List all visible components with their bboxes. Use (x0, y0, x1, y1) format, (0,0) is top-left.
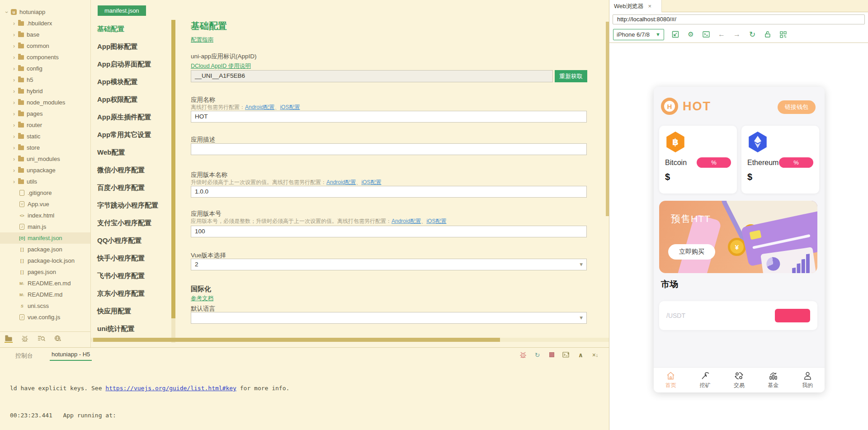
bitcoin-card[interactable]: Bitcoin % $ (659, 126, 737, 194)
new-terminal-icon[interactable] (562, 351, 570, 359)
tab-fund[interactable]: 基金 (756, 368, 791, 392)
tree-folder[interactable]: store (0, 142, 90, 153)
version-code-input[interactable]: 100 (191, 226, 587, 237)
menu-item-app-native-plugins[interactable]: App原生插件配置 (97, 108, 169, 126)
qrcode-icon[interactable] (779, 30, 787, 38)
menu-item-bytedance-mp[interactable]: 字节跳动小程序配置 (97, 196, 169, 214)
editor-vscroll-thumb[interactable] (606, 22, 609, 216)
tree-folder[interactable]: .hbuilderx (0, 18, 90, 29)
debug-panel-icon[interactable] (21, 335, 29, 343)
unlock-icon[interactable] (764, 30, 772, 38)
refresh-icon[interactable]: ↻ (748, 30, 756, 38)
forward-icon[interactable]: → (733, 30, 741, 38)
tree-file[interactable]: Suni.scss (0, 300, 90, 312)
menu-item-alipay-mp[interactable]: 支付宝小程序配置 (97, 214, 169, 232)
search-panel-icon[interactable] (37, 335, 45, 343)
tree-file[interactable]: <>index.html (0, 210, 90, 221)
debug-bug-icon[interactable] (519, 351, 527, 359)
menu-item-feishu-mp[interactable]: 飞书小程序配置 (97, 267, 169, 284)
presale-banner[interactable]: ¥ ¥ ¥ 预售HTT 立即购买 (659, 201, 817, 273)
tree-file[interactable]: M↓README.en.md (0, 278, 90, 289)
tree-file[interactable]: [ ]package-lock.json (0, 255, 90, 266)
tree-file[interactable]: Jvue.config.js (0, 312, 90, 323)
refresh-appid-button[interactable]: 重新获取 (555, 70, 587, 82)
connect-wallet-button[interactable]: 链接钱包 (778, 100, 816, 114)
market-action-button[interactable] (775, 309, 810, 322)
device-select[interactable]: iPhone 6/7/8 ▼ (613, 29, 664, 40)
android-config-link[interactable]: Android配置 (245, 104, 274, 110)
editor-tab-manifest[interactable]: manifest.json (98, 5, 146, 16)
default-lang-select[interactable] (191, 312, 587, 324)
stop-icon[interactable] (548, 351, 556, 359)
config-guide-link[interactable]: 配置指南 (191, 37, 213, 43)
menu-item-kuaishou-mp[interactable]: 快手小程序配置 (97, 249, 169, 267)
menu-item-quickapp[interactable]: 快应用配置 (97, 302, 169, 320)
ios-config-link[interactable]: iOS配置 (361, 179, 381, 185)
log-link[interactable]: https://vuejs.org/guide/list.html#key (105, 385, 236, 392)
url-input[interactable]: http://localhost:8080/#/ (613, 14, 865, 24)
browser-tab-web[interactable]: Web浏览器 × (609, 0, 662, 12)
version-name-input[interactable]: 1.0.0 (191, 186, 587, 198)
tree-folder[interactable]: hybrid (0, 85, 90, 97)
tree-folder[interactable]: utils (0, 176, 90, 187)
tree-folder[interactable]: static (0, 131, 90, 142)
menu-item-base-config[interactable]: 基础配置 (97, 20, 169, 38)
tree-file[interactable]: .gitignore (0, 187, 90, 198)
ios-config-link[interactable]: iOS配置 (426, 218, 446, 224)
tree-folder[interactable]: node_modules (0, 97, 90, 108)
editor-horizontal-scrollbar[interactable] (91, 338, 609, 342)
tree-folder[interactable]: pages (0, 108, 90, 119)
description-input[interactable] (191, 143, 587, 155)
console-tab-hotuniapp-h5[interactable]: hotuniapp - H5 (50, 351, 92, 361)
dcloud-appid-doc-link[interactable]: DCloud AppID 使用说明 (191, 63, 251, 69)
tree-folder[interactable]: unpackage (0, 165, 90, 176)
back-icon[interactable]: ← (717, 30, 726, 38)
settings-gear-icon[interactable]: ⚙ (687, 30, 695, 38)
i18n-doc-link[interactable]: 参考文档 (191, 295, 213, 302)
tree-folder[interactable]: common (0, 40, 90, 52)
tab-home[interactable]: 首页 (654, 368, 688, 392)
ios-config-link[interactable]: iOS配置 (280, 104, 300, 110)
ethereum-card[interactable]: Ethereum % $ (741, 126, 819, 194)
menu-item-app-permissions[interactable]: App权限配置 (97, 90, 169, 108)
files-panel-icon[interactable] (5, 335, 13, 343)
buy-now-button[interactable]: 立即购买 (668, 244, 715, 260)
android-config-link[interactable]: Android配置 (326, 179, 356, 185)
android-config-link[interactable]: Android配置 (392, 218, 421, 224)
menu-item-app-icon[interactable]: App图标配置 (97, 38, 169, 55)
market-row[interactable]: /USDT (659, 301, 817, 330)
appname-input[interactable]: HOT (191, 111, 587, 123)
menu-item-web-config[interactable]: Web配置 (97, 143, 169, 161)
menu-item-app-modules[interactable]: App模块配置 (97, 73, 169, 90)
menu-item-baidu-mp[interactable]: 百度小程序配置 (97, 179, 169, 196)
tree-folder[interactable]: uni_modules (0, 153, 90, 165)
collapse-panel-icon[interactable]: ∧ (577, 351, 585, 359)
tree-file-manifest[interactable]: [⚙]manifest.json (0, 232, 90, 244)
tab-trade[interactable]: 交易 (722, 368, 756, 392)
menu-item-app-other[interactable]: App常用其它设置 (97, 126, 169, 143)
menu-scrollbar[interactable] (171, 20, 175, 343)
tree-folder[interactable]: base (0, 29, 90, 40)
menu-scrollbar-thumb[interactable] (171, 20, 175, 318)
tree-file[interactable]: Jmain.js (0, 221, 90, 232)
tab-mining[interactable]: 挖矿 (688, 368, 722, 392)
tree-folder[interactable]: components (0, 52, 90, 63)
clear-console-icon[interactable]: ×↓ (591, 351, 599, 359)
tree-folder[interactable]: config (0, 63, 90, 74)
appid-input[interactable]: __UNI__A1F5EB6 (191, 70, 553, 82)
tree-file[interactable]: [ ]pages.json (0, 266, 90, 278)
tab-mine[interactable]: 我的 (790, 368, 825, 392)
tree-root-hotuniapp[interactable]: u hotuniapp (0, 6, 90, 18)
open-in-new-window-icon[interactable] (671, 30, 679, 38)
editor-hscroll-thumb[interactable] (93, 338, 500, 342)
vue-version-select[interactable]: 2 (191, 259, 587, 270)
tree-file[interactable]: [ ]package.json (0, 244, 90, 255)
restart-icon[interactable]: ↻ (533, 351, 541, 359)
terminal-icon[interactable] (702, 30, 710, 38)
close-icon[interactable]: × (648, 3, 652, 9)
menu-item-app-launch[interactable]: App启动界面配置 (97, 55, 169, 73)
menu-item-uni-statistics[interactable]: uni统计配置 (97, 320, 169, 337)
menu-item-weixin-mp[interactable]: 微信小程序配置 (97, 161, 169, 179)
tree-folder[interactable]: router (0, 119, 90, 131)
browser-panel-icon[interactable] (53, 335, 61, 343)
